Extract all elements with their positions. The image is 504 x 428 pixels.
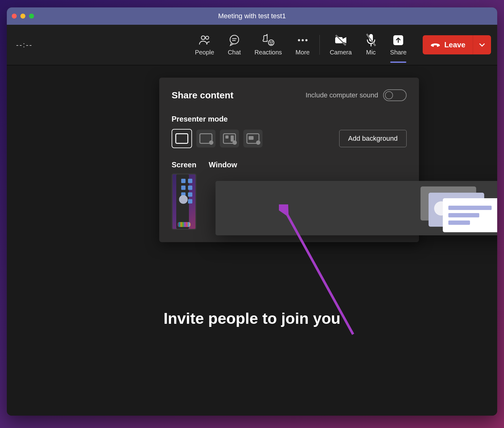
presenter-mode-heading: Presenter mode bbox=[172, 115, 407, 123]
share-label: Share bbox=[390, 49, 407, 56]
mic-off-icon bbox=[365, 34, 377, 46]
share-button[interactable]: Share bbox=[390, 34, 407, 56]
reactions-label: Reactions bbox=[254, 49, 282, 56]
window-controls bbox=[12, 14, 34, 19]
people-button[interactable]: People bbox=[195, 34, 214, 56]
presenter-mode-standout[interactable] bbox=[196, 130, 216, 148]
app-window: Meeting with test test1 --:-- People bbox=[7, 7, 497, 416]
frame-presenter-icon bbox=[199, 133, 212, 144]
chat-button[interactable]: Chat bbox=[228, 34, 241, 56]
mic-label: Mic bbox=[366, 49, 376, 56]
reactions-icon bbox=[261, 34, 275, 46]
leave-label: Leave bbox=[444, 41, 465, 49]
invite-message: Invite people to join you bbox=[7, 310, 497, 327]
more-icon bbox=[297, 34, 308, 46]
toggle-knob bbox=[385, 91, 393, 99]
svg-point-8 bbox=[298, 39, 300, 41]
close-window-button[interactable] bbox=[12, 14, 17, 19]
leave-button-group: Leave bbox=[423, 35, 491, 54]
camera-label: Camera bbox=[330, 49, 352, 56]
svg-point-9 bbox=[301, 39, 304, 41]
presenter-mode-content-only[interactable] bbox=[172, 129, 192, 148]
svg-point-2 bbox=[230, 35, 239, 44]
desktop-icons-decoration bbox=[181, 179, 192, 203]
meeting-toolbar: --:-- People Chat bbox=[7, 25, 497, 65]
minimize-window-button[interactable] bbox=[20, 14, 25, 19]
svg-point-1 bbox=[206, 36, 209, 39]
people-icon bbox=[199, 34, 211, 46]
chevron-down-icon bbox=[479, 43, 485, 47]
meeting-timer: --:-- bbox=[16, 41, 33, 49]
meeting-stage: Invite people to join you Share content … bbox=[7, 65, 497, 416]
dock-decoration bbox=[177, 222, 190, 227]
include-sound-toggle[interactable] bbox=[383, 89, 407, 101]
svg-point-6 bbox=[270, 42, 271, 42]
reactions-button[interactable]: Reactions bbox=[254, 34, 282, 56]
svg-point-0 bbox=[201, 36, 205, 40]
people-label: People bbox=[195, 49, 214, 56]
include-sound-label: Include computer sound bbox=[305, 91, 378, 99]
window-title: Meeting with test test1 bbox=[7, 12, 497, 20]
leave-options-button[interactable] bbox=[473, 35, 491, 54]
svg-point-10 bbox=[305, 39, 307, 41]
leave-button[interactable]: Leave bbox=[423, 35, 473, 54]
screen-section-heading: Screen bbox=[172, 160, 196, 169]
chat-label: Chat bbox=[228, 49, 241, 56]
window-section-heading: Window bbox=[209, 160, 497, 169]
share-window-thumbnail[interactable] bbox=[216, 181, 497, 235]
more-label: More bbox=[296, 49, 310, 56]
add-background-button[interactable]: Add background bbox=[339, 130, 407, 147]
camera-button[interactable]: Camera bbox=[330, 34, 352, 56]
presenter-mode-side-by-side[interactable] bbox=[220, 130, 239, 148]
window-illustration bbox=[421, 186, 497, 230]
titlebar: Meeting with test test1 bbox=[7, 7, 497, 25]
share-icon bbox=[393, 34, 404, 46]
more-button[interactable]: More bbox=[296, 34, 310, 56]
toolbar-separator bbox=[319, 35, 320, 55]
share-content-panel: Share content Include computer sound Pre… bbox=[159, 78, 419, 242]
share-panel-title: Share content bbox=[172, 90, 233, 101]
chat-icon bbox=[228, 34, 241, 46]
maximize-window-button[interactable] bbox=[29, 14, 34, 19]
frame-icon bbox=[175, 133, 188, 144]
share-screen-thumbnail[interactable] bbox=[172, 173, 196, 230]
svg-point-7 bbox=[272, 42, 272, 42]
frame-reporter-icon bbox=[246, 133, 259, 144]
hangup-icon bbox=[430, 41, 441, 49]
mic-button[interactable]: Mic bbox=[365, 34, 377, 56]
frame-split-icon bbox=[223, 133, 236, 144]
presenter-mode-reporter[interactable] bbox=[243, 130, 263, 148]
share-active-indicator bbox=[390, 62, 406, 63]
camera-off-icon bbox=[334, 34, 348, 46]
